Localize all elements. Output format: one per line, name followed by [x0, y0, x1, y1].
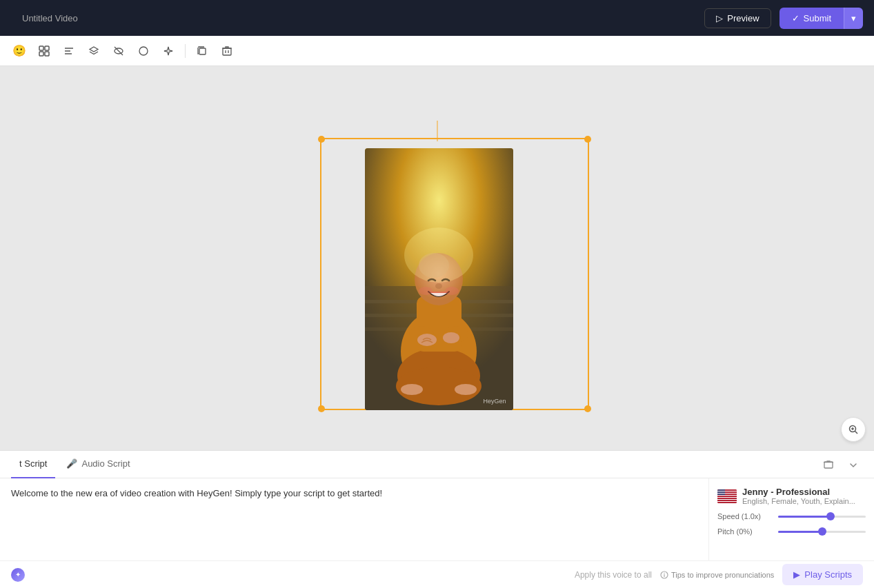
play-icon: ▷: [716, 13, 723, 23]
main-content: 🙂: [0, 36, 874, 588]
duplicate-icon[interactable]: [191, 40, 213, 62]
pitch-fill: [778, 531, 822, 533]
svg-point-44: [664, 572, 664, 573]
text-script-label: t Script: [19, 458, 47, 469]
play-icon: ▶: [793, 569, 800, 580]
monk-image-inner: HeyGen: [365, 148, 513, 410]
pitch-thumb[interactable]: [818, 527, 826, 536]
layers-icon[interactable]: [83, 40, 105, 62]
handle-top-right[interactable]: [584, 136, 591, 143]
svg-point-30: [417, 334, 437, 346]
svg-point-34: [455, 384, 477, 395]
svg-rect-3: [45, 52, 49, 56]
pitch-label: Pitch (0%): [717, 527, 773, 536]
delete-icon[interactable]: [216, 40, 238, 62]
pitch-row: Pitch (0%): [717, 527, 866, 536]
svg-rect-2: [39, 52, 43, 56]
tips-text: Tips to improve pronunciations: [660, 571, 774, 579]
check-icon: ✓: [792, 13, 799, 23]
apply-voice-button[interactable]: Apply this voice to all: [575, 570, 652, 580]
speed-row: Speed (1.0x): [717, 512, 866, 520]
script-tabs-left: t Script 🎤 Audio Script: [11, 451, 139, 478]
toolbar-separator: [185, 44, 186, 58]
script-tabs: t Script 🎤 Audio Script: [0, 451, 874, 478]
align-icon[interactable]: [58, 40, 80, 62]
flag-us-icon: [717, 489, 737, 503]
tab-text-script[interactable]: t Script: [11, 451, 55, 478]
voice-desc: English, Female, Youth, Explain...: [742, 497, 855, 505]
hide-icon[interactable]: [108, 40, 130, 62]
speed-fill: [778, 516, 831, 518]
svg-point-25: [435, 283, 442, 289]
script-tabs-right: [819, 455, 863, 474]
voice-text: Jenny - Professional English, Female, Yo…: [742, 487, 855, 505]
shape-icon[interactable]: [132, 40, 155, 62]
speed-thumb[interactable]: [826, 512, 835, 520]
handle-bottom-right[interactable]: [584, 405, 591, 412]
bottom-panel: t Script 🎤 Audio Script Welcome to the n…: [0, 450, 874, 588]
svg-point-27: [445, 287, 459, 295]
voice-name: Jenny - Professional: [742, 487, 855, 497]
zoom-button[interactable]: [841, 417, 866, 442]
svg-rect-11: [223, 48, 231, 55]
toolbar: 🙂: [0, 36, 874, 66]
submit-button[interactable]: ✓ Submit: [779, 8, 844, 29]
speed-label: Speed (1.0x): [717, 512, 773, 520]
submit-btn-group: ✓ Submit ▾: [779, 8, 863, 29]
audio-script-label: Audio Script: [81, 458, 130, 469]
header: Untitled Video ▷ Preview ✓ Submit ▾: [0, 0, 874, 36]
pitch-slider[interactable]: [778, 531, 866, 533]
selection-container: HeyGen: [299, 121, 575, 396]
voice-info: Jenny - Professional English, Female, Yo…: [717, 487, 866, 505]
svg-point-33: [401, 384, 423, 395]
play-scripts-button[interactable]: ▶ Play Scripts: [782, 564, 863, 585]
footer-left: ✦: [11, 568, 25, 582]
voice-panel: Jenny - Professional English, Female, Yo…: [708, 478, 874, 560]
svg-point-9: [139, 47, 148, 55]
heygen-watermark: HeyGen: [483, 398, 506, 405]
script-textarea[interactable]: Welcome to the new era of video creation…: [0, 478, 708, 560]
preview-button[interactable]: ▷ Preview: [704, 8, 771, 28]
script-content: Welcome to the new era of video creation…: [0, 478, 874, 560]
ai-icon: ✦: [11, 568, 25, 582]
tab-audio-script[interactable]: 🎤 Audio Script: [58, 451, 138, 478]
svg-line-37: [855, 432, 858, 434]
delete-script-button[interactable]: [819, 455, 838, 474]
svg-point-31: [443, 332, 459, 343]
svg-rect-1: [45, 46, 49, 50]
handle-top-left[interactable]: [318, 136, 325, 143]
svg-rect-0: [39, 46, 43, 50]
bottom-footer: ✦ Apply this voice to all Tips to improv…: [0, 560, 874, 588]
handle-bottom-left[interactable]: [318, 405, 325, 412]
guide-line-top: [437, 121, 437, 141]
svg-rect-40: [824, 462, 833, 468]
mic-icon: 🎤: [66, 458, 77, 469]
footer-right: Apply this voice to all Tips to improve …: [575, 564, 863, 585]
layout-icon[interactable]: [33, 40, 55, 62]
collapse-script-button[interactable]: [844, 455, 863, 474]
monk-image: HeyGen: [365, 148, 513, 410]
svg-point-35: [404, 227, 473, 283]
emoji-icon[interactable]: 🙂: [8, 40, 30, 62]
tips-label: Tips to improve pronunciations: [671, 571, 774, 579]
speed-slider[interactable]: [778, 516, 866, 518]
svg-rect-10: [199, 48, 206, 54]
submit-dropdown-button[interactable]: ▾: [844, 8, 863, 29]
svg-point-26: [419, 287, 433, 295]
canvas-area: HeyGen: [0, 66, 874, 450]
effects-icon[interactable]: [157, 40, 179, 62]
video-title: Untitled Video: [22, 13, 78, 23]
